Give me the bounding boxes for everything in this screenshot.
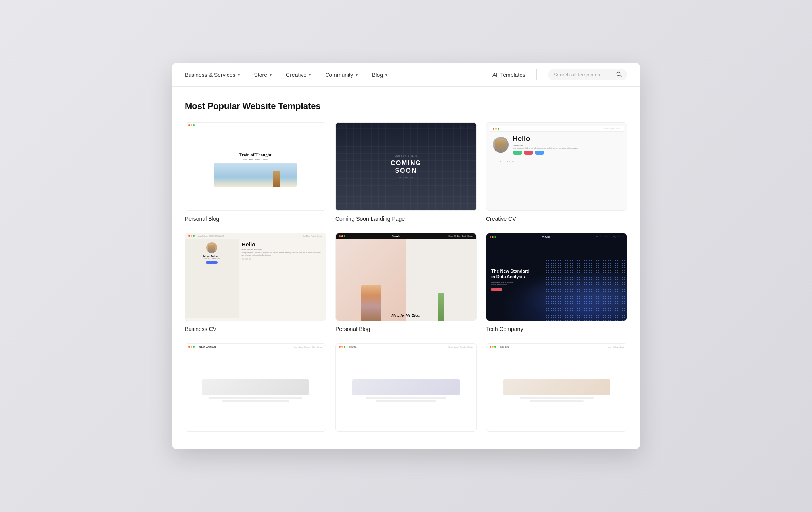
thumb-pb2-img-left [336, 239, 406, 321]
section-title: Most Popular Website Templates [185, 101, 627, 111]
thumb-ph3-body [486, 350, 627, 431]
thumb-ph1-brand: ALLAN JOHNSON [199, 346, 216, 348]
thumb-bcv-text: Here's what I am & what I do [242, 248, 322, 251]
thumb-ph3-nav: HomeGalleryAbout [607, 346, 624, 348]
main-content: Most Popular Website Templates Train of … [172, 87, 640, 449]
window-dots-tc [490, 236, 496, 238]
nav-divider [536, 69, 537, 80]
window-dots-pb2 [339, 235, 345, 237]
nav-label-store: Store [254, 72, 267, 78]
thumb-bcv-btn [206, 261, 218, 264]
thumb-pb2-body: My Life. My Blog. [336, 239, 476, 321]
template-card-creative-cv[interactable]: Resume Projects Contact Hello A Bit Abou… [486, 122, 627, 222]
thumb-pb2-nav: Home My Blog About Contact [449, 235, 473, 237]
thumb-ph1-header: ALLAN JOHNSON HomeAboutServicesBlogConta… [185, 344, 326, 350]
window-dots-ph1 [188, 346, 195, 348]
thumb-tc-title: The New Standardin Data Analysis [491, 268, 622, 280]
template-name-coming-soon: Coming Soon Landing Page [335, 216, 477, 222]
thumb-bcv-left: Maya Nelson PROJECT MANAGER [185, 239, 239, 319]
thumb-tc-header: VITAS Overview Features Blog Contact [486, 233, 627, 241]
template-name-personal-blog-2: Personal Blog [335, 326, 477, 332]
dot-green [193, 124, 195, 126]
thumb-bcv-avatar [206, 242, 217, 253]
nav-item-business-services[interactable]: Business & Services ▾ [185, 63, 247, 87]
thumb-bcv-name-bar: Maya Nelson / PROJECT MANAGER [198, 235, 224, 237]
thumb-ph2-nav: HomeAboutPortfolioContact [448, 346, 473, 348]
all-templates-link[interactable]: All Templates [492, 72, 525, 78]
thumb-ph3-brand: Bella Luna [500, 346, 509, 348]
thumb-bcv-header: Maya Nelson / PROJECT MANAGER Blog About… [185, 233, 326, 239]
chevron-down-icon-business: ▾ [238, 73, 240, 77]
thumb-cs-bottom: STAY TUNED! [391, 177, 421, 179]
thumb-ccv-body: Hello A Bit About Me I'm a paragraph. Cl… [490, 132, 624, 158]
dot-yellow [191, 124, 192, 126]
thumb-ph3-header: Bella Luna HomeGalleryAbout [486, 344, 627, 350]
template-card-business-cv[interactable]: Maya Nelson / PROJECT MANAGER Blog About… [185, 233, 326, 332]
thumb-bcv-nav: Blog About Projects Contact [303, 235, 322, 237]
template-thumb-personal-blog-1: Train of Thought Home About My Blog Cont… [185, 122, 326, 211]
template-card-coming-soon[interactable]: OUR NEW SITE IS COMINGSOON STAY TUNED! C… [335, 122, 477, 222]
search-input[interactable] [553, 72, 613, 78]
thumb-cs-subtitle: OUR NEW SITE IS [391, 155, 421, 157]
nav-label-community: Community [325, 72, 353, 78]
thumb-bcv-role: PROJECT MANAGER [204, 258, 220, 260]
template-name-tech-company: Tech Company [486, 326, 627, 332]
nav-label-business-services: Business & Services [185, 72, 236, 78]
template-card-placeholder-2[interactable]: Search... HomeAboutPortfolioContact [335, 343, 477, 436]
nav-item-community[interactable]: Community ▾ [318, 63, 365, 87]
thumb-ph2-body [336, 350, 476, 431]
template-thumb-creative-cv: Resume Projects Contact Hello A Bit Abou… [486, 122, 627, 211]
thumb-ccv-nav: Resume Projects Contact [603, 128, 620, 130]
thumb-cs-center: OUR NEW SITE IS COMINGSOON STAY TUNED! [391, 155, 421, 179]
thumb-ph1-nav: HomeAboutServicesBlogContact [293, 346, 322, 348]
thumb-ccv-text: I'm a paragraph. Click here to add your … [513, 147, 620, 149]
thumb-header [185, 123, 326, 128]
template-name-creative-cv: Creative CV [486, 216, 627, 222]
template-card-personal-blog-2[interactable]: Search... Home My Blog About Contact [335, 233, 477, 332]
thumb-ccv-header-dots: Resume Projects Contact [490, 126, 624, 132]
thumb-tc-body: The New Standardin Data Analysis Use Dat… [486, 241, 627, 321]
thumb-pb2-tagline: My Life. My Blog. [336, 313, 476, 317]
template-name-business-cv: Business CV [185, 326, 326, 332]
window-dots-ccv [493, 128, 499, 130]
dot-red [188, 124, 190, 126]
template-thumb-placeholder-1: ALLAN JOHNSON HomeAboutServicesBlogConta… [185, 343, 326, 432]
nav-left: Business & Services ▾ Store ▾ Creative ▾… [185, 63, 492, 87]
thumb-cs-title: COMINGSOON [391, 159, 421, 174]
nav-item-store[interactable]: Store ▾ [247, 63, 279, 87]
thumb-tc-nav: Overview Features Blog Contact [596, 236, 624, 238]
template-thumb-personal-blog-2: Search... Home My Blog About Contact [335, 233, 477, 321]
chevron-down-icon-blog: ▾ [385, 73, 387, 77]
chevron-down-icon-store: ▾ [270, 73, 272, 77]
template-thumb-business-cv: Maya Nelson / PROJECT MANAGER Blog About… [185, 233, 326, 321]
thumb-ph1-body [185, 350, 326, 431]
thumb-ph2-brand: Search... [349, 346, 357, 348]
nav-item-blog[interactable]: Blog ▾ [365, 63, 395, 87]
thumb-tc-sub: Use Data to Get a 360-DegreeView of Your… [491, 281, 622, 286]
thumb-tc-logo: VITAS [542, 236, 550, 238]
thumb-blog-nav: Home About My Blog Contact [243, 159, 267, 160]
nav-item-creative[interactable]: Creative ▾ [279, 63, 318, 87]
template-thumb-placeholder-3: Bella Luna HomeGalleryAbout [486, 343, 627, 432]
chevron-down-icon-community: ▾ [356, 73, 358, 77]
template-thumb-tech-company: VITAS Overview Features Blog Contact The… [486, 233, 627, 321]
template-card-personal-blog-1[interactable]: Train of Thought Home About My Blog Cont… [185, 122, 326, 222]
chevron-down-icon-creative: ▾ [309, 73, 311, 77]
search-icon[interactable] [616, 71, 622, 78]
thumb-main: Train of Thought Home About My Blog Cont… [185, 128, 326, 210]
thumb-ccv-info: Hello A Bit About Me I'm a paragraph. Cl… [513, 135, 620, 155]
template-card-placeholder-1[interactable]: ALLAN JOHNSON HomeAboutServicesBlogConta… [185, 343, 326, 436]
thumb-ccv-avatar [493, 137, 509, 153]
thumb-tc-cta-btn [491, 288, 502, 291]
window-dots-bcv [188, 235, 195, 237]
thumb-bcv-social [242, 258, 322, 260]
template-thumb-placeholder-2: Search... HomeAboutPortfolioContact [335, 343, 477, 432]
thumb-bcv-hello: Hello [242, 241, 322, 248]
navbar: Business & Services ▾ Store ▾ Creative ▾… [172, 63, 640, 87]
template-card-placeholder-3[interactable]: Bella Luna HomeGalleryAbout [486, 343, 627, 436]
thumb-pb2-img-right [406, 239, 476, 321]
template-thumb-coming-soon: OUR NEW SITE IS COMINGSOON STAY TUNED! [335, 122, 477, 211]
template-card-tech-company[interactable]: VITAS Overview Features Blog Contact The… [486, 233, 627, 332]
nav-right: All Templates [492, 69, 627, 80]
templates-grid: Train of Thought Home About My Blog Cont… [185, 122, 627, 436]
